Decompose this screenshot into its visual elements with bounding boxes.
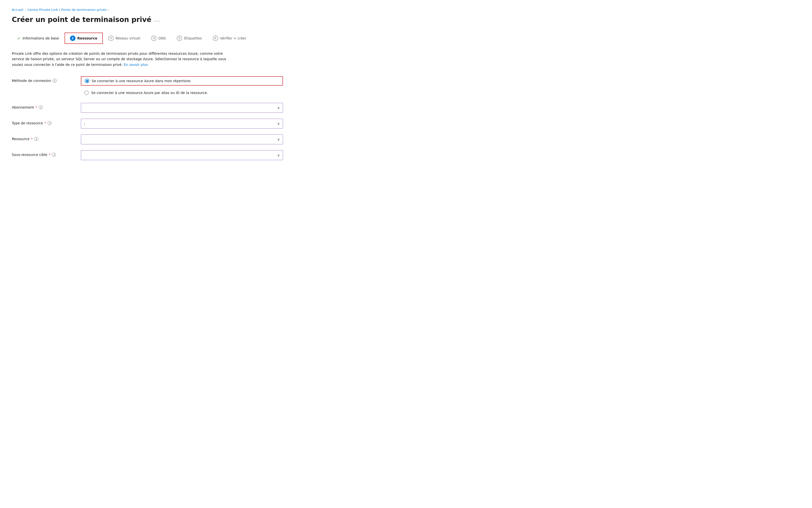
tab-ressource-label: Ressource [78, 36, 97, 40]
ressource-info-icon[interactable]: i [34, 137, 38, 141]
breadcrumb-sep-1: › [25, 8, 26, 12]
form-label-sous-ressource: Sous-ressource cible * i [12, 150, 81, 157]
tabs-container: ✓ Informations de base 2 Ressource 3 Rés… [12, 33, 800, 44]
page-title-menu-button[interactable]: ... [154, 17, 160, 23]
tab-informations[interactable]: ✓ Informations de base [12, 33, 64, 44]
tab-etiquettes-label: Étiquettes [184, 36, 202, 40]
form-label-abonnement: Abonnement * i [12, 103, 81, 109]
type-ressource-info-icon[interactable]: i [48, 121, 51, 125]
methode-info-icon[interactable]: i [53, 79, 57, 83]
radio-group: Se connecter à une ressource Azure dans … [81, 76, 283, 97]
tab-reseau-step: 3 [108, 36, 114, 41]
type-ressource-chevron: ∨ [277, 122, 280, 126]
form-label-type-ressource: Type de ressource * i [12, 119, 81, 125]
tab-verifier-label: Vérifier + créer [220, 36, 246, 40]
tab-dns-step: 4 [151, 36, 156, 41]
form-label-ressource: Ressource * i [12, 134, 81, 141]
radio-dot-directory [85, 79, 89, 83]
required-sous-ressource: * [49, 153, 51, 157]
form-row-sous-ressource: Sous-ressource cible * i ∨ [12, 150, 283, 160]
required-abonnement: * [36, 105, 37, 109]
tab-ressource[interactable]: 2 Ressource [64, 33, 103, 44]
required-ressource: * [31, 137, 33, 141]
ressource-select[interactable]: ∨ [81, 134, 283, 144]
radio-dot-alias [84, 91, 89, 95]
tab-informations-check: ✓ [17, 36, 20, 41]
radio-label-directory: Se connecter à une ressource Azure dans … [92, 79, 191, 83]
breadcrumb-private-link[interactable]: Centre Private Link | Points de terminai… [28, 8, 106, 12]
page-title-row: Créer un point de terminaison privé ... [12, 15, 800, 24]
type-ressource-control: ; ∨ [81, 119, 283, 129]
form-section: Méthode de connexion i Se connecter à un… [12, 76, 283, 160]
abonnement-info-icon[interactable]: i [39, 105, 43, 109]
radio-option-alias[interactable]: Se connecter à une ressource Azure par a… [81, 89, 283, 97]
form-row-methode: Méthode de connexion i Se connecter à un… [12, 76, 283, 97]
form-row-abonnement: Abonnement * i ∨ [12, 103, 283, 113]
abonnement-select[interactable]: ∨ [81, 103, 283, 113]
type-ressource-select[interactable]: ; ∨ [81, 119, 283, 129]
tab-verifier[interactable]: 6 Vérifier + créer [207, 33, 252, 44]
sous-ressource-select[interactable]: ∨ [81, 150, 283, 160]
tab-dns-label: DNS [158, 36, 166, 40]
tab-etiquettes[interactable]: 5 Étiquettes [171, 33, 207, 44]
breadcrumb-sep-2: › [108, 8, 109, 12]
form-row-type-ressource: Type de ressource * i ; ∨ [12, 119, 283, 129]
radio-option-directory[interactable]: Se connecter à une ressource Azure dans … [81, 76, 283, 86]
required-type-ressource: * [44, 121, 46, 125]
radio-label-alias: Se connecter à une ressource Azure par a… [91, 91, 208, 95]
abonnement-control: ∨ [81, 103, 283, 113]
tab-verifier-step: 6 [213, 36, 218, 41]
tab-etiquettes-step: 5 [177, 36, 182, 41]
description-text: Private Link offre des options de créati… [12, 51, 234, 67]
sous-ressource-control: ∨ [81, 150, 283, 160]
ressource-chevron: ∨ [277, 137, 280, 141]
tab-dns[interactable]: 4 DNS [146, 33, 171, 44]
tab-reseau[interactable]: 3 Réseau virtuel [103, 33, 146, 44]
type-ressource-value: ; [84, 122, 85, 126]
form-row-ressource: Ressource * i ∨ [12, 134, 283, 144]
sous-ressource-info-icon[interactable]: i [52, 153, 56, 157]
tab-reseau-label: Réseau virtuel [115, 36, 140, 40]
abonnement-chevron: ∨ [277, 106, 280, 110]
learn-more-link[interactable]: En savoir plus [124, 63, 148, 67]
radio-group-area: Se connecter à une ressource Azure dans … [81, 76, 283, 97]
breadcrumb-accueil[interactable]: Accueil [12, 8, 23, 12]
page-title: Créer un point de terminaison privé [12, 15, 151, 24]
ressource-control: ∨ [81, 134, 283, 144]
tab-ressource-step: 2 [70, 36, 76, 41]
breadcrumb: Accueil › Centre Private Link | Points d… [12, 8, 800, 12]
tab-informations-label: Informations de base [22, 36, 59, 40]
form-label-methode: Méthode de connexion i [12, 76, 81, 83]
sous-ressource-chevron: ∨ [277, 153, 280, 157]
